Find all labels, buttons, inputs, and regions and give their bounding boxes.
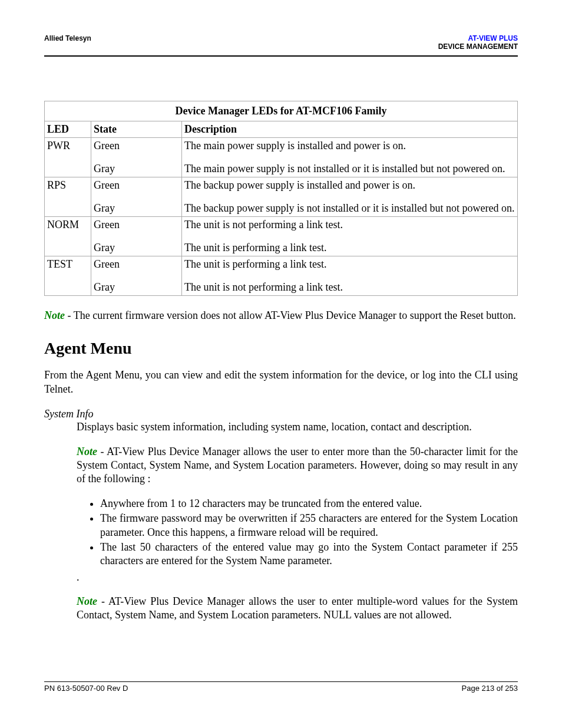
state-value: Green — [94, 179, 179, 192]
cell-desc: The unit is performing a link test. The … — [182, 256, 518, 296]
stray-dot: . — [77, 571, 518, 584]
state-value: Green — [94, 219, 179, 231]
content: Device Manager LEDs for AT-MCF106 Family… — [44, 101, 518, 622]
page: Allied Telesyn AT-VIEW PLUS DEVICE MANAG… — [0, 0, 562, 728]
section-intro: From the Agent Menu, you can view and ed… — [44, 368, 518, 396]
table-title-row: Device Manager LEDs for AT-MCF106 Family — [45, 101, 518, 121]
desc-value: The unit is performing a link test. — [184, 242, 515, 254]
list-item: Anywhere from 1 to 12 characters may be … — [100, 497, 518, 510]
cell-led: PWR — [45, 138, 91, 177]
state-value: Gray — [94, 202, 179, 215]
system-info-desc: Displays basic system information, inclu… — [77, 420, 518, 434]
table-row: TEST Green Gray The unit is performing a… — [45, 256, 518, 296]
led-table: Device Manager LEDs for AT-MCF106 Family… — [44, 101, 518, 296]
cell-desc: The unit is not performing a link test. … — [182, 217, 518, 256]
desc-value: The backup power supply is installed and… — [184, 179, 515, 192]
note-label: Note — [77, 446, 97, 457]
cell-led: NORM — [45, 217, 91, 256]
desc-value: The main power supply is not installed o… — [184, 163, 515, 175]
system-info-body: Displays basic system information, inclu… — [77, 420, 518, 622]
system-info-block: System Info Displays basic system inform… — [44, 408, 518, 622]
note-label: Note — [44, 309, 65, 321]
note-paragraph: Note - AT-View Plus Device Manager allow… — [77, 595, 518, 622]
table-row: NORM Green Gray The unit is not performi… — [45, 217, 518, 256]
state-value: Gray — [94, 242, 179, 254]
header-right: AT-VIEW PLUS DEVICE MANAGEMENT — [438, 34, 518, 51]
note-label: Note — [77, 595, 97, 607]
note-paragraph: Note - The current firmware version does… — [44, 309, 518, 322]
system-info-heading: System Info — [44, 408, 518, 420]
page-footer: PN 613-50507-00 Rev D Page 213 of 253 — [44, 681, 518, 693]
desc-value: The unit is performing a link test. — [184, 258, 515, 271]
cell-state: Green Gray — [91, 256, 182, 296]
desc-value: The main power supply is installed and p… — [184, 140, 515, 152]
note-text: - AT-View Plus Device Manager allows the… — [77, 446, 518, 485]
note-text: - The current firmware version does not … — [65, 309, 516, 321]
state-value: Green — [94, 258, 179, 271]
col-header-led: LED — [45, 121, 91, 138]
note-paragraph: Note - AT-View Plus Device Manager allow… — [77, 445, 518, 486]
list-item: The firmware password may be overwritten… — [100, 512, 518, 539]
table-title: Device Manager LEDs for AT-MCF106 Family — [45, 101, 518, 121]
state-value: Green — [94, 140, 179, 152]
table-header-row: LED State Description — [45, 121, 518, 138]
header-subtitle: DEVICE MANAGEMENT — [438, 42, 518, 51]
header-product: AT-VIEW PLUS — [438, 34, 518, 42]
desc-value: The unit is not performing a link test. — [184, 219, 515, 231]
col-header-desc: Description — [182, 121, 518, 138]
cell-led: RPS — [45, 177, 91, 217]
cell-desc: The backup power supply is installed and… — [182, 177, 518, 217]
list-item: The last 50 characters of the entered va… — [100, 541, 518, 568]
cell-state: Green Gray — [91, 138, 182, 177]
table-row: RPS Green Gray The backup power supply i… — [45, 177, 518, 217]
footer-right: Page 213 of 253 — [462, 684, 518, 693]
state-value: Gray — [94, 163, 179, 175]
col-header-state: State — [91, 121, 182, 138]
header-left: Allied Telesyn — [44, 34, 91, 42]
desc-value: The unit is not performing a link test. — [184, 281, 515, 294]
section-heading: Agent Menu — [44, 339, 518, 358]
cell-state: Green Gray — [91, 217, 182, 256]
desc-value: The backup power supply is not installed… — [184, 202, 515, 215]
state-value: Gray — [94, 281, 179, 294]
bullet-list: Anywhere from 1 to 12 characters may be … — [77, 497, 518, 568]
table-row: PWR Green Gray The main power supply is … — [45, 138, 518, 177]
cell-led: TEST — [45, 256, 91, 296]
cell-desc: The main power supply is installed and p… — [182, 138, 518, 177]
note-text: - AT-View Plus Device Manager allows the… — [77, 595, 518, 621]
footer-left: PN 613-50507-00 Rev D — [44, 684, 128, 693]
page-header: Allied Telesyn AT-VIEW PLUS DEVICE MANAG… — [44, 34, 518, 57]
cell-state: Green Gray — [91, 177, 182, 217]
